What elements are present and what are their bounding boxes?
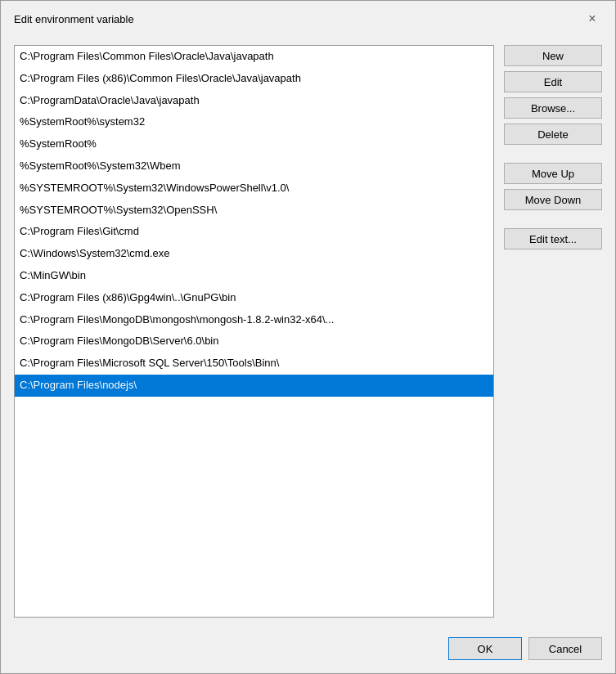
- list-item[interactable]: C:\ProgramData\Oracle\Java\javapath: [15, 90, 493, 112]
- list-item[interactable]: C:\Windows\System32\cmd.exe: [15, 243, 493, 265]
- new-button[interactable]: New: [504, 45, 602, 66]
- delete-button[interactable]: Delete: [504, 124, 602, 145]
- list-item[interactable]: C:\Program Files\MongoDB\Server\6.0\bin: [15, 330, 493, 353]
- list-item[interactable]: C:\Program Files\MongoDB\mongosh\mongosh…: [15, 309, 493, 331]
- list-item[interactable]: C:\Program Files\Common Files\Oracle\Jav…: [15, 46, 493, 68]
- list-item[interactable]: %SYSTEMROOT%\System32\OpenSSH\: [15, 200, 493, 222]
- dialog-title: Edit environment variable: [14, 13, 134, 25]
- ok-button[interactable]: OK: [448, 637, 522, 660]
- list-item[interactable]: %SYSTEMROOT%\System32\WindowsPowerShell\…: [15, 177, 493, 200]
- list-item[interactable]: C:\Program Files\Microsoft SQL Server\15…: [15, 353, 493, 375]
- list-item[interactable]: C:\Program Files\Git\cmd: [15, 221, 493, 243]
- cancel-button[interactable]: Cancel: [528, 637, 602, 660]
- env-var-list[interactable]: C:\Program Files\Common Files\Oracle\Jav…: [14, 45, 494, 618]
- list-item[interactable]: C:\Program Files (x86)\Common Files\Orac…: [15, 68, 493, 90]
- dialog-footer: OK Cancel: [1, 631, 615, 673]
- edit-env-var-dialog: Edit environment variable × C:\Program F…: [0, 0, 616, 674]
- edit-text-button[interactable]: Edit text...: [504, 228, 602, 249]
- list-item[interactable]: C:\Program Files (x86)\Gpg4win\..\GnuPG\…: [15, 287, 493, 309]
- close-button[interactable]: ×: [582, 9, 602, 29]
- edit-button[interactable]: Edit: [504, 71, 602, 92]
- dialog-body: C:\Program Files\Common Files\Oracle\Jav…: [1, 35, 615, 631]
- move-down-button[interactable]: Move Down: [504, 189, 602, 210]
- buttons-panel: New Edit Browse... Delete Move Up Move D…: [504, 45, 602, 618]
- list-item[interactable]: %SystemRoot%: [15, 133, 493, 155]
- list-item[interactable]: %SystemRoot%\system32: [15, 111, 493, 133]
- browse-button[interactable]: Browse...: [504, 97, 602, 119]
- title-bar: Edit environment variable ×: [1, 1, 615, 35]
- list-item[interactable]: %SystemRoot%\System32\Wbem: [15, 155, 493, 177]
- list-item[interactable]: C:\Program Files\nodejs\: [15, 375, 493, 397]
- list-item[interactable]: C:\MinGW\bin: [15, 265, 493, 287]
- move-up-button[interactable]: Move Up: [504, 163, 602, 184]
